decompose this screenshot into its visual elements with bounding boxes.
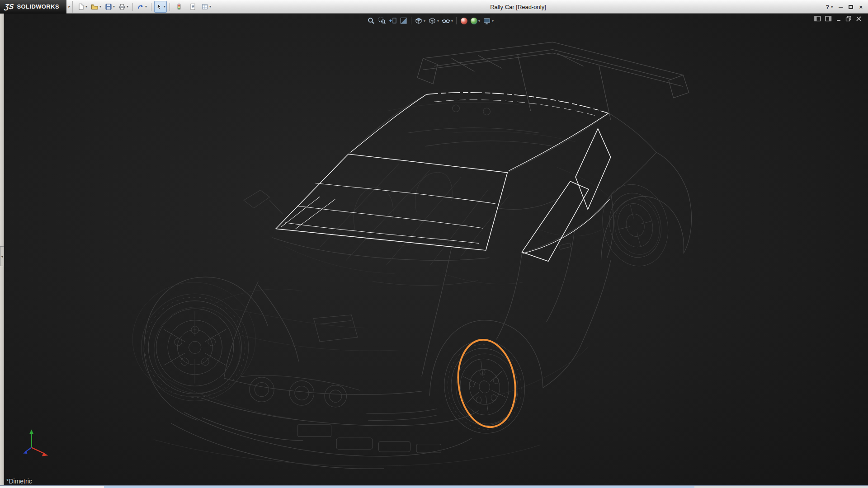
edit-appearance-button[interactable]: [459, 15, 469, 26]
graphics-viewport[interactable]: ◄: [0, 14, 868, 485]
highlighted-glass-edges[interactable]: [276, 93, 611, 262]
document-minimize-icon: [836, 16, 841, 22]
rear-right-wheel[interactable]: [594, 178, 677, 273]
rebuild-button[interactable]: [173, 1, 185, 13]
document-restore-button[interactable]: [845, 16, 852, 22]
hud-separator: [456, 17, 457, 24]
document-window-controls: [814, 16, 862, 22]
window-controls: ?▾ ─ ×: [826, 0, 863, 14]
previous-view-button[interactable]: [388, 15, 398, 26]
select-cursor-icon: [156, 3, 163, 10]
orientation-triad: [23, 430, 48, 456]
previous-view-icon: [389, 17, 397, 25]
minimize-button[interactable]: ─: [839, 4, 843, 10]
undo-arrow-icon: [137, 3, 144, 10]
zoom-to-fit-icon: [367, 17, 375, 25]
solidworks-window: ƷS SOLIDWORKS ▸ ▾ ▾ ▾: [0, 0, 868, 488]
maximize-icon: [849, 5, 853, 9]
selection-highlight-ellipse[interactable]: [453, 336, 521, 431]
document-close-button[interactable]: [856, 16, 862, 22]
toolbar-separator: [151, 3, 151, 11]
dropdown-caret[interactable]: ▾: [424, 19, 425, 23]
view-settings-monitor-icon: [483, 17, 491, 25]
pane-left-icon: [814, 16, 821, 22]
dropdown-caret[interactable]: ▾: [85, 5, 87, 9]
display-style-cube-icon: [428, 17, 436, 25]
dropdown-caret[interactable]: ▾: [437, 19, 439, 23]
section-view-button[interactable]: [399, 15, 409, 26]
apply-scene-button[interactable]: ▾: [470, 15, 481, 26]
brand-text: SOLIDWORKS: [17, 3, 59, 10]
dropdown-caret[interactable]: ▾: [127, 5, 128, 9]
print-button[interactable]: ▾: [117, 1, 130, 13]
view-settings-button[interactable]: ▾: [482, 15, 495, 26]
document-restore-icon: [845, 16, 852, 22]
toolbar-separator: [170, 3, 170, 11]
heads-up-view-toolbar: ▾ ▾ ▾: [366, 15, 495, 27]
car-body-lines[interactable]: [144, 94, 691, 469]
undo-button[interactable]: ▾: [136, 1, 148, 13]
display-style-button[interactable]: ▾: [427, 15, 440, 26]
zoom-to-fit-button[interactable]: [366, 15, 376, 26]
file-properties-button[interactable]: [186, 1, 199, 13]
interior-roll-cage[interactable]: [320, 164, 509, 285]
toolbar-separator: [132, 3, 133, 11]
rear-wing[interactable]: [417, 42, 689, 120]
dropdown-caret[interactable]: ▾: [145, 5, 147, 9]
dropdown-caret[interactable]: ▾: [478, 19, 480, 23]
solidworks-logo: ƷS SOLIDWORKS: [0, 0, 66, 14]
view-orientation-label: *Dimetric: [6, 478, 32, 485]
front-left-wheel[interactable]: [142, 294, 249, 401]
dropdown-caret[interactable]: ▾: [451, 19, 453, 23]
print-icon: [118, 3, 126, 10]
open-button[interactable]: ▾: [90, 1, 103, 13]
edit-appearance-sphere-icon: [461, 18, 467, 24]
dropdown-caret[interactable]: ▾: [209, 5, 211, 9]
menu-expander-button[interactable]: ▸: [66, 1, 73, 13]
save-button[interactable]: ▾: [104, 1, 116, 13]
solidworks-logo-mark-icon: ƷS: [4, 3, 14, 11]
view-orientation-cube-icon: [415, 17, 423, 25]
maximize-button[interactable]: [849, 5, 853, 9]
pane-left-button[interactable]: [814, 16, 821, 22]
document-minimize-button[interactable]: [836, 16, 841, 22]
dropdown-caret[interactable]: ▾: [113, 5, 115, 9]
apply-scene-sphere-icon: [471, 18, 477, 24]
zoom-to-area-button[interactable]: [377, 15, 387, 26]
close-button[interactable]: ×: [859, 4, 863, 10]
help-button[interactable]: ?▾: [826, 4, 833, 10]
options-button[interactable]: ▾: [200, 1, 212, 13]
taskbar-edge-strip: [0, 485, 868, 488]
zoom-to-area-icon: [378, 17, 386, 25]
window-title: Rally Car [Read-only]: [490, 0, 546, 14]
new-document-icon: [77, 3, 85, 10]
hud-separator: [411, 17, 411, 24]
view-orientation-button[interactable]: ▾: [414, 15, 426, 26]
new-document-button[interactable]: ▾: [76, 1, 89, 13]
document-close-icon: [856, 16, 862, 22]
dropdown-caret[interactable]: ▾: [831, 5, 833, 9]
front-right-wheel[interactable]: [439, 335, 531, 439]
pane-right-icon: [825, 16, 832, 22]
options-sheet-icon: [201, 3, 208, 10]
title-bar: ƷS SOLIDWORKS ▸ ▾ ▾ ▾: [0, 0, 868, 14]
section-view-icon: [400, 17, 408, 25]
pane-right-button[interactable]: [825, 16, 832, 22]
open-folder-icon: [91, 3, 99, 10]
save-floppy-icon: [105, 3, 112, 10]
front-details[interactable]: [241, 105, 571, 453]
rally-car-wireframe-model[interactable]: [0, 14, 868, 485]
feature-manager-expand-handle[interactable]: ◄: [0, 246, 4, 266]
dropdown-caret[interactable]: ▾: [99, 5, 101, 9]
hide-show-glasses-icon: [442, 17, 450, 24]
dropdown-caret[interactable]: ▾: [492, 19, 494, 23]
dropdown-caret[interactable]: ▾: [164, 5, 165, 9]
rebuild-stoplight-icon: [176, 3, 182, 10]
file-properties-icon: [189, 3, 196, 10]
hide-show-items-button[interactable]: ▾: [441, 15, 454, 26]
select-button[interactable]: ▾: [154, 1, 167, 13]
